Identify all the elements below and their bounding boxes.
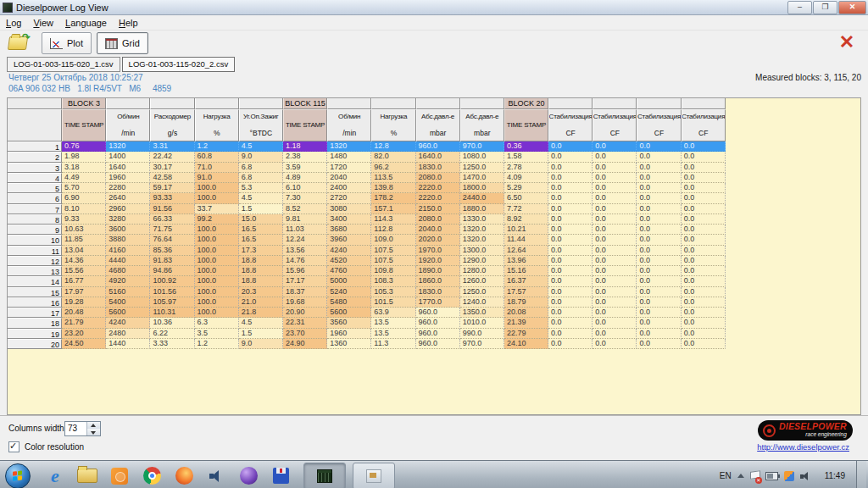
grid-cell[interactable]: 1250.0	[460, 163, 504, 173]
open-file-button[interactable]	[4, 32, 31, 54]
grid-cell[interactable]: 100.0	[195, 183, 239, 193]
grid-cell[interactable]: 0.0	[593, 297, 637, 308]
grid-cell[interactable]: 3880	[106, 235, 150, 245]
grid-cell[interactable]: 14.76	[283, 256, 327, 266]
grid-cell[interactable]: 7.30	[283, 193, 327, 203]
grid-cell[interactable]: 2020.0	[416, 235, 460, 245]
grid-cell[interactable]: 18.37	[283, 287, 327, 297]
close-file-icon[interactable]: ✕	[837, 34, 856, 53]
grid-cell[interactable]: 0.0	[593, 256, 637, 266]
grid-cell[interactable]: 5160	[106, 287, 150, 297]
grid-cell[interactable]: 0.0	[637, 256, 681, 266]
grid-cell[interactable]: 1440	[106, 339, 150, 349]
grid-cell[interactable]: 1.58	[504, 152, 548, 162]
grid-cell[interactable]: 12.64	[504, 246, 548, 256]
grid-cell[interactable]: 100.0	[195, 256, 239, 266]
grid-cell[interactable]: 157.1	[371, 204, 415, 214]
row-number[interactable]: 18	[7, 318, 62, 328]
grid-cell[interactable]: 0.0	[682, 308, 726, 318]
grid-cell[interactable]: 5600	[327, 308, 371, 318]
grid-cell[interactable]: 1.5	[239, 329, 283, 339]
grid-cell[interactable]: 1880.0	[460, 204, 504, 214]
grid-cell[interactable]: 1960	[327, 329, 371, 339]
column-header[interactable]: Абс.давл-еmbar	[460, 109, 504, 141]
grid-cell[interactable]: 100.0	[195, 276, 239, 286]
grid-cell[interactable]: 970.0	[460, 339, 504, 349]
row-number[interactable]: 10	[7, 235, 62, 245]
grid-cell[interactable]: 0.0	[593, 246, 637, 256]
grid-cell[interactable]: 2040	[327, 173, 371, 183]
grid-cell[interactable]: 23.70	[283, 329, 327, 339]
grid-cell[interactable]: 0.0	[548, 141, 593, 152]
grid-cell[interactable]: 0.0	[593, 235, 637, 245]
row-number[interactable]: 7	[7, 204, 62, 214]
grid-cell[interactable]: 0.0	[548, 235, 593, 245]
grid-cell[interactable]: 0.0	[548, 276, 593, 286]
grid-cell[interactable]: 71.0	[195, 163, 239, 173]
row-number[interactable]: 11	[7, 246, 62, 256]
grid-cell[interactable]: 13.04	[62, 246, 106, 256]
grid-cell[interactable]: 9.0	[239, 339, 283, 349]
grid-cell[interactable]: 20.48	[62, 308, 106, 318]
grid-cell[interactable]: 1250.0	[460, 287, 504, 297]
menu-help[interactable]: Help	[113, 17, 144, 29]
grid-cell[interactable]: 16.5	[239, 225, 283, 235]
grid-cell[interactable]: 16.5	[239, 235, 283, 245]
grid-cell[interactable]: 1290.0	[460, 256, 504, 266]
grid-cell[interactable]: 0.0	[637, 276, 681, 286]
dieselpower-link[interactable]: http://www.dieselpower.cz	[757, 442, 849, 452]
grid-cell[interactable]: 96.2	[371, 163, 415, 173]
grid-cell[interactable]: 94.86	[150, 266, 194, 276]
grid-cell[interactable]: 0.0	[548, 266, 593, 276]
save-app-icon[interactable]	[264, 463, 297, 488]
menu-language[interactable]: Language	[59, 17, 113, 29]
grid-cell[interactable]: 0.0	[682, 246, 726, 256]
grid-cell[interactable]: 3080	[327, 204, 371, 214]
grid-cell[interactable]: 0.0	[682, 287, 726, 297]
grid-cell[interactable]: 91.56	[150, 204, 194, 214]
grid-cell[interactable]: 0.0	[593, 287, 637, 297]
grid-cell[interactable]: 4760	[327, 266, 371, 276]
dieselpower-taskbar-button[interactable]	[303, 463, 346, 488]
grid-cell[interactable]: 0.0	[682, 266, 726, 276]
start-button[interactable]	[5, 463, 31, 488]
grid-cell[interactable]: 16.37	[504, 276, 548, 286]
grid-cell[interactable]: 0.0	[637, 152, 681, 162]
grid-cell[interactable]: 0.0	[593, 308, 637, 318]
grid-cell[interactable]: 15.0	[239, 214, 283, 225]
grid-cell[interactable]: 2080.0	[416, 214, 460, 225]
grid-cell[interactable]: 0.0	[682, 297, 726, 308]
row-number[interactable]: 16	[7, 297, 62, 308]
grid-cell[interactable]: 1480	[327, 152, 371, 162]
grid-cell[interactable]: 4.5	[239, 141, 283, 152]
grid-cell[interactable]: 0.0	[548, 204, 593, 214]
grid-cell[interactable]: 0.0	[637, 339, 681, 349]
grid-cell[interactable]: 6.10	[283, 183, 327, 193]
grid-cell[interactable]: 0.0	[682, 173, 726, 183]
grid-cell[interactable]: 0.0	[637, 141, 681, 152]
grid-cell[interactable]: 1260.0	[460, 276, 504, 286]
column-header[interactable]: Об/мин/min	[327, 109, 371, 141]
grid-cell[interactable]: 3.33	[150, 339, 194, 349]
grid-cell[interactable]: 22.42	[150, 152, 194, 162]
grid-cell[interactable]: 11.44	[504, 235, 548, 245]
grid-cell[interactable]: 970.0	[460, 141, 504, 152]
grid-cell[interactable]: 63.9	[371, 308, 415, 318]
grid-cell[interactable]: 108.3	[371, 276, 415, 286]
grid-cell[interactable]: 1400	[106, 152, 150, 162]
grid-cell[interactable]: 18.8	[239, 266, 283, 276]
grid-cell[interactable]: 4440	[106, 256, 150, 266]
grid-cell[interactable]: 10.36	[150, 318, 194, 328]
grid-cell[interactable]: 0.0	[593, 163, 637, 173]
grid-cell[interactable]: 0.0	[593, 318, 637, 328]
grid-cell[interactable]: 100.0	[195, 246, 239, 256]
grid-cell[interactable]: 6.8	[239, 163, 283, 173]
grid-cell[interactable]: 1320.0	[460, 235, 504, 245]
column-header[interactable]: Нагрузка%	[371, 109, 415, 141]
grid-cell[interactable]: 9.81	[283, 214, 327, 225]
grid-cell[interactable]: 1970.0	[416, 246, 460, 256]
grid-cell[interactable]: 19.28	[62, 297, 106, 308]
grid-cell[interactable]: 6.50	[504, 193, 548, 203]
grid-cell[interactable]: 105.97	[150, 297, 194, 308]
grid-cell[interactable]: 1.5	[239, 204, 283, 214]
